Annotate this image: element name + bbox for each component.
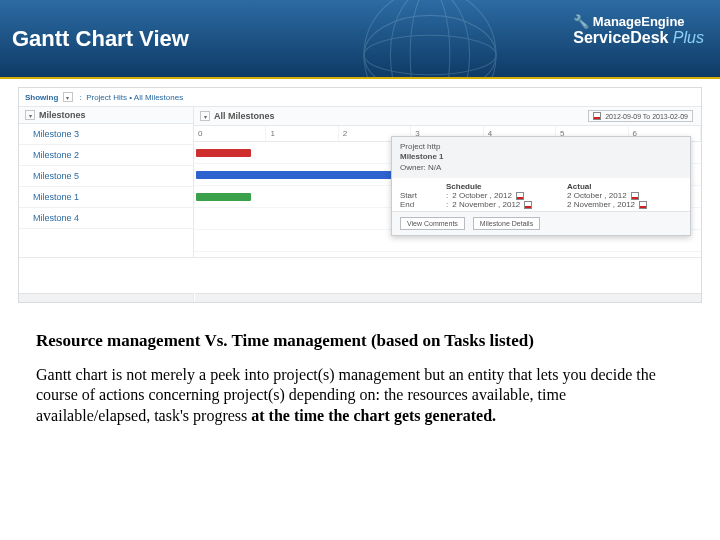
timeline-col: 1 [266,126,338,141]
list-item[interactable]: Milestone 5 [19,166,193,187]
tooltip-owner-value: N/A [428,163,441,172]
scrollbar-horizontal[interactable] [19,293,194,302]
calendar-icon [524,201,532,209]
scrollbar-horizontal[interactable] [195,293,701,302]
globe-decoration [320,0,540,77]
schedule-start: : 2 October , 2012 [446,191,561,200]
list-item[interactable]: Milestone 2 [19,145,193,166]
tooltip-milestone: Milestone 1 [400,152,444,161]
brand-line1: ManageEngine [593,14,685,29]
left-pane: ▾ Milestones Milestone 3 Milestone 2 Mil… [19,107,194,257]
chevron-down-icon[interactable]: ▾ [200,111,210,121]
view-comments-button[interactable]: View Comments [400,217,465,230]
embedded-screenshot: Showing ▾ : Project Hits • All Milestone… [18,87,702,303]
schedule-end: : 2 November , 2012 [446,200,561,209]
svg-point-2 [364,15,496,77]
tooltip-header: Project http Milestone 1 Owner: N/A [392,137,690,178]
calendar-icon [593,112,601,120]
calendar-icon [516,192,524,200]
body-heading: Resource management Vs. Time management … [36,331,684,351]
milestone-list: Milestone 3 Milestone 2 Milestone 5 Mile… [19,124,193,229]
accent-bar [0,77,720,79]
list-item[interactable]: Milestone 3 [19,124,193,145]
col-schedule: Schedule [446,182,561,191]
timeline-col: 0 [194,126,266,141]
list-item[interactable]: Milestone 1 [19,187,193,208]
gantt-bar[interactable] [196,193,251,201]
filter-value: Project Hits • All Milestones [86,93,183,102]
brand-logo: 🔧 ManageEngine ServiceDesk Plus [573,14,704,47]
tooltip-owner-label: Owner [400,163,424,172]
date-range-picker[interactable]: 2012-09-09 To 2013-02-09 [588,110,693,122]
milestone-details-button[interactable]: Milestone Details [473,217,540,230]
slide-title: Gantt Chart View [12,26,189,52]
svg-point-0 [364,0,496,77]
body-text-b: at the time the chart gets generated. [251,407,496,424]
tooltip-project: Project http [400,142,682,152]
date-range-value: 2012-09-09 To 2013-02-09 [605,113,688,120]
calendar-icon [639,201,647,209]
row-end-label: End [400,200,440,209]
chevron-down-icon[interactable]: ▾ [25,110,35,120]
brand-suffix: Plus [668,29,704,46]
left-pane-header: Milestones [39,110,86,120]
filter-label: Showing [25,93,58,102]
row-start-label: Start [400,191,440,200]
svg-point-4 [390,0,469,77]
col-actual: Actual [567,182,682,191]
calendar-icon [631,192,639,200]
list-item[interactable]: Milestone 4 [19,208,193,229]
filter-bar: Showing ▾ : Project Hits • All Milestone… [19,88,701,107]
svg-point-1 [364,35,496,75]
chevron-down-icon[interactable]: ▾ [63,92,73,102]
actual-start: 2 October , 2012 [567,191,682,200]
body-paragraph: Gantt chart is not merely a peek into pr… [36,365,684,426]
right-pane-header: All Milestones [214,111,275,121]
tooltip-table: Schedule Actual Start : 2 October , 2012… [392,178,690,211]
slide-header: Gantt Chart View 🔧 ManageEngine ServiceD… [0,0,720,77]
svg-point-3 [410,0,450,77]
milestone-tooltip: Project http Milestone 1 Owner: N/A Sche… [391,136,691,236]
brand-line2: ServiceDesk [573,29,668,46]
slide-body: Resource management Vs. Time management … [36,331,684,426]
gantt-bar[interactable] [196,149,251,157]
actual-end: 2 November , 2012 [567,200,682,209]
